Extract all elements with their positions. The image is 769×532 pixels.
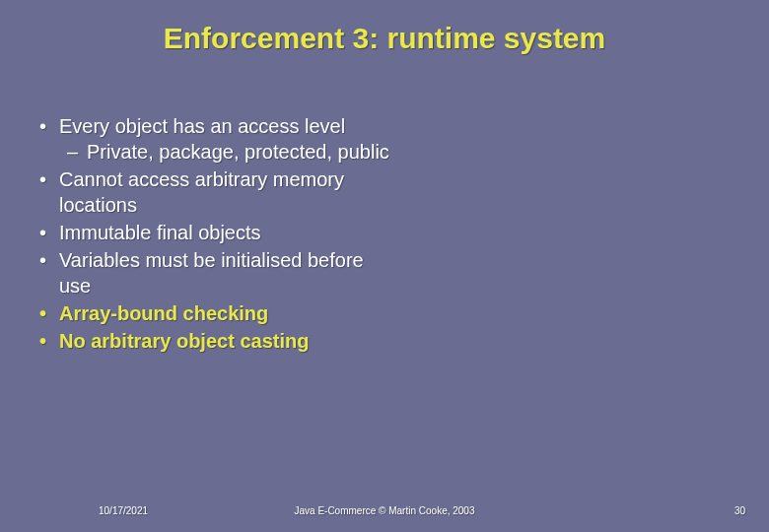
bullet-text: Array-bound checking — [59, 302, 268, 324]
bullet-text: Variables must be initialised before use — [59, 249, 364, 297]
bullet-text: No arbitrary object casting — [59, 330, 309, 352]
bullet-item-highlighted: Array-bound checking — [37, 300, 392, 326]
slide-title: Enforcement 3: runtime system — [0, 0, 769, 55]
bullet-item: Variables must be initialised before use — [37, 247, 392, 299]
slide-content: Every object has an access level Private… — [37, 113, 392, 356]
bullet-text: Cannot access arbitrary memory locations — [59, 168, 344, 216]
sub-bullet-item: Private, package, protected, public — [65, 139, 392, 165]
bullet-item: Cannot access arbitrary memory locations — [37, 166, 392, 218]
bullet-item: Every object has an access level Private… — [37, 113, 392, 165]
footer-page-number: 30 — [734, 505, 745, 516]
bullet-text: Immutable final objects — [59, 222, 261, 243]
bullet-text: Every object has an access level — [59, 115, 345, 137]
bullet-item-highlighted: No arbitrary object casting — [37, 328, 392, 354]
footer-copyright: Java E-Commerce © Martin Cooke, 2003 — [0, 505, 769, 516]
sub-bullet-text: Private, package, protected, public — [87, 141, 389, 163]
bullet-item: Immutable final objects — [37, 220, 392, 245]
